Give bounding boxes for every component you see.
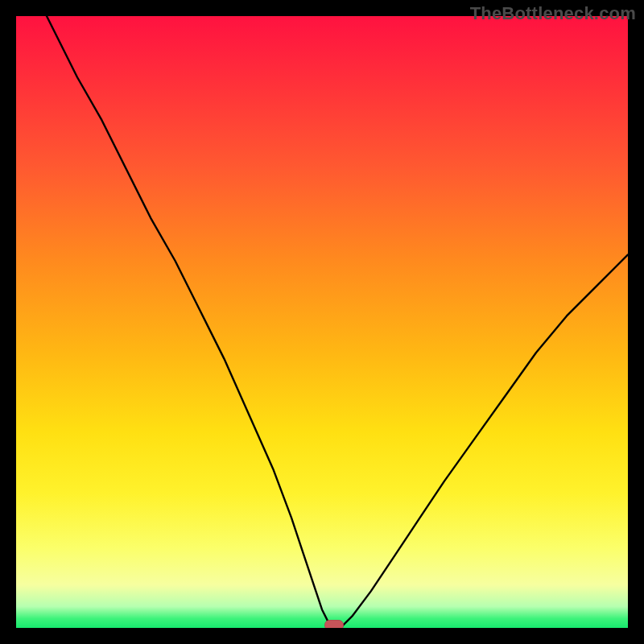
optimal-marker [324,620,344,628]
bottleneck-curve [16,16,628,628]
plot-area [16,16,628,628]
chart-frame: TheBottleneck.com [0,0,644,644]
watermark-text: TheBottleneck.com [470,3,636,24]
